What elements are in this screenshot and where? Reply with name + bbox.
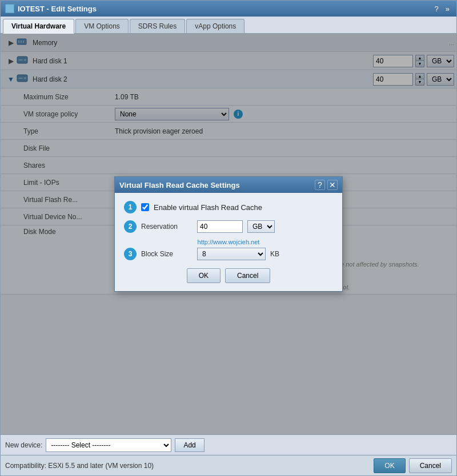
enable-vflash-label: Enable virtual Flash Read Cache	[154, 203, 262, 212]
dialog-help-button[interactable]: ?	[315, 180, 325, 190]
dialog-buttons: OK Cancel	[124, 268, 333, 283]
reservation-row: 2 Reservation GB MB	[124, 220, 333, 233]
footer-buttons: OK Cancel	[374, 458, 452, 473]
title-bar-right: ? »	[432, 5, 452, 13]
expand-title-button[interactable]: »	[443, 5, 452, 13]
watermark: http://www.wojcieh.net	[124, 239, 333, 245]
tab-vapp-options[interactable]: vApp Options	[186, 19, 244, 33]
step1-badge: 1	[124, 201, 137, 213]
cancel-button[interactable]: Cancel	[409, 458, 452, 473]
content-area: ▶ Memory ... ▶ Hard disk 1 ▲ ▼	[1, 34, 456, 434]
block-size-select[interactable]: 8 4 16 32 64 128	[197, 248, 266, 260]
block-size-label: Block Size	[141, 250, 193, 258]
tab-sdrs-rules[interactable]: SDRS Rules	[130, 19, 185, 33]
vflash-dialog: Virtual Flash Read Cache Settings ? ✕ 1 …	[114, 176, 343, 292]
title-bar: IOTEST - Edit Settings ? »	[1, 1, 456, 17]
tab-bar: Virtual Hardware VM Options SDRS Rules v…	[1, 17, 456, 34]
reservation-label: Reservation	[141, 223, 193, 231]
dialog-title-btns: ? ✕	[315, 180, 338, 190]
dialog-close-button[interactable]: ✕	[327, 180, 338, 190]
compatibility-text: Compatibility: ESXi 5.5 and later (VM ve…	[5, 462, 154, 470]
new-device-select[interactable]: -------- Select --------	[46, 438, 171, 452]
reservation-input[interactable]	[197, 220, 243, 233]
new-device-label: New device:	[5, 441, 42, 449]
main-window: IOTEST - Edit Settings ? » Virtual Hardw…	[0, 0, 457, 476]
dialog-title-bar: Virtual Flash Read Cache Settings ? ✕	[115, 177, 342, 193]
dialog-enable-row: 1 Enable virtual Flash Read Cache	[124, 201, 333, 213]
dialog-cancel-button[interactable]: Cancel	[225, 268, 270, 283]
footer-bar: Compatibility: ESXi 5.5 and later (VM ve…	[1, 455, 456, 475]
help-title-button[interactable]: ?	[432, 5, 441, 13]
step2-badge: 2	[124, 220, 137, 233]
window-title: IOTEST - Edit Settings	[18, 5, 97, 13]
add-device-button[interactable]: Add	[175, 438, 204, 452]
title-bar-left: IOTEST - Edit Settings	[5, 4, 97, 13]
step3-badge: 3	[124, 248, 137, 260]
tab-virtual-hardware[interactable]: Virtual Hardware	[3, 19, 74, 34]
dialog-content: 1 Enable virtual Flash Read Cache 2 Rese…	[115, 193, 342, 291]
ok-button[interactable]: OK	[374, 458, 405, 473]
app-icon	[5, 4, 14, 13]
dialog-ok-button[interactable]: OK	[187, 268, 221, 283]
dialog-title: Virtual Flash Read Cache Settings	[119, 181, 240, 189]
modal-overlay: Virtual Flash Read Cache Settings ? ✕ 1 …	[1, 34, 456, 434]
new-device-bar: New device: -------- Select -------- Add	[1, 434, 456, 455]
reservation-unit-select[interactable]: GB MB	[247, 220, 275, 233]
block-size-row: 3 Block Size 8 4 16 32 64 128 KB	[124, 248, 333, 260]
block-size-unit: KB	[270, 250, 279, 258]
tab-vm-options[interactable]: VM Options	[75, 19, 129, 33]
enable-vflash-checkbox[interactable]	[141, 203, 149, 211]
